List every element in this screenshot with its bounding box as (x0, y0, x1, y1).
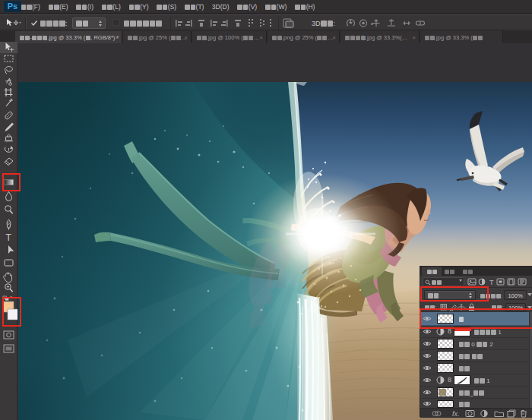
svg-text:T: T (6, 232, 12, 243)
svg-text:fx.: fx. (452, 410, 460, 418)
svg-text:T: T (489, 279, 494, 286)
